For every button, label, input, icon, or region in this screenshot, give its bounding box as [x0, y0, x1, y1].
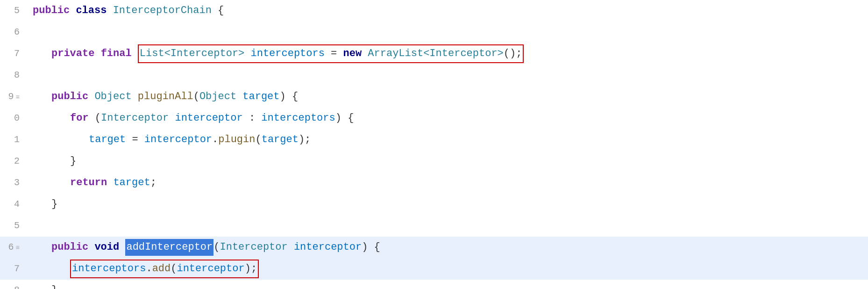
var-interceptor4: interceptor [177, 260, 244, 277]
code-line-9: 9 public Object pluginAll(Object target)… [0, 86, 868, 108]
class-interceptorchain: InterceptorChain [113, 2, 212, 19]
type-object: Object [94, 88, 131, 105]
space2 [362, 45, 368, 62]
var-interceptor2: interceptor [144, 131, 212, 148]
close-brace: ) { [280, 88, 299, 105]
method-add: add [152, 260, 171, 277]
line-number-14: 4 [0, 197, 28, 212]
code-content-9: public Object pluginAll(Object target) { [28, 88, 868, 105]
code-line-16: 6 public void addInterceptor(Interceptor… [0, 237, 868, 258]
line-number-6: 6 [0, 25, 28, 40]
line-number-11: 1 [0, 132, 28, 147]
close-brace-class: } [51, 282, 57, 289]
close-brace-for: } [70, 153, 76, 169]
line-number-16: 6 [0, 240, 28, 255]
code-line-6: 6 [0, 22, 868, 43]
keyword-public2: public [51, 88, 94, 105]
code-line-17: 7 interceptors.add(interceptor); [0, 258, 868, 280]
code-line-18: 8 } [0, 280, 868, 289]
args: ( [255, 131, 261, 148]
semicolon: ); [299, 131, 311, 148]
code-line-7: 7 private final List<Interceptor> interc… [0, 43, 868, 65]
line-number-8: 8 [0, 68, 28, 83]
type-object2: Object [199, 88, 236, 105]
line-number-13: 3 [0, 175, 28, 190]
var-interceptors-ref: interceptors [261, 110, 335, 126]
line-number-9: 9 [0, 89, 28, 104]
brace-open: { [212, 2, 224, 19]
method-pluginall: pluginAll [138, 88, 193, 105]
code-line-5: 5 public class InterceptorChain { [0, 0, 868, 22]
equals: = [325, 45, 343, 62]
code-line-15: 5 [0, 215, 868, 237]
code-editor: 5 public class InterceptorChain { 6 7 pr… [0, 0, 868, 289]
parens-semicolon: (); [504, 45, 522, 62]
code-line-12: 2 } [0, 151, 868, 172]
keyword-return: return [70, 174, 107, 191]
colon: : [243, 110, 262, 126]
paren-open: ( [89, 110, 101, 126]
code-content-11: target = interceptor.plugin(target); [28, 131, 868, 148]
space [132, 88, 138, 105]
close: ) { [362, 239, 380, 255]
red-box-field-declaration: List<Interceptor> interceptors = new Arr… [138, 44, 524, 63]
var-target3: target [262, 131, 299, 148]
keyword-private: private [51, 45, 101, 62]
type-arraylist: ArrayList<Interceptor> [368, 45, 503, 62]
code-content-15 [28, 217, 868, 234]
code-line-13: 3 return target; [0, 172, 868, 194]
keyword-final: final [101, 45, 132, 62]
space2 [288, 239, 294, 255]
code-line-11: 1 target = interceptor.plugin(target); [0, 129, 868, 151]
dot: . [212, 131, 218, 148]
assign: = [126, 131, 144, 148]
var-interceptor3: interceptor [294, 239, 362, 255]
code-content-8 [28, 67, 868, 83]
type-interceptor2: Interceptor [220, 239, 287, 255]
keyword-for: for [70, 110, 89, 126]
keyword-new: new [343, 45, 362, 62]
code-content-17: interceptors.add(interceptor); [28, 260, 868, 278]
line-number-15: 5 [0, 218, 28, 233]
semicolon2: ; [150, 174, 157, 191]
code-line-14: 4 } [0, 194, 868, 215]
code-content-16: public void addInterceptor(Interceptor i… [28, 239, 868, 255]
space [119, 239, 125, 255]
line-number-7: 7 [0, 46, 28, 61]
code-content-7: private final List<Interceptor> intercep… [28, 44, 868, 63]
var-target4: target [113, 174, 150, 191]
line-number-10: 0 [0, 111, 28, 126]
close-brace-method: } [51, 196, 57, 212]
var-target2: target [89, 131, 126, 148]
keyword-public3: public [51, 239, 94, 255]
var-target: target [242, 88, 279, 105]
code-line-10: 0 for (Interceptor interceptor : interce… [0, 108, 868, 129]
code-content-10: for (Interceptor interceptor : intercept… [28, 110, 868, 126]
params: ( [193, 88, 199, 105]
close: ) { [335, 110, 354, 126]
space [107, 174, 113, 191]
method-plugin: plugin [218, 131, 255, 148]
code-content-6 [28, 24, 868, 40]
code-content-12: } [28, 153, 868, 169]
keyword-class: class [76, 2, 113, 19]
type-list-interceptor: List<Interceptor> [140, 45, 244, 62]
paren: ( [213, 239, 220, 255]
space [244, 45, 250, 62]
line-number-5: 5 [0, 3, 28, 18]
code-content-13: return target; [28, 174, 868, 191]
line-number-12: 2 [0, 154, 28, 169]
keyword-void: void [94, 239, 119, 255]
var-interceptors: interceptors [250, 45, 324, 62]
code-line-8: 8 [0, 65, 868, 86]
line-number-18: 8 [0, 283, 28, 289]
type-interceptor: Interceptor [101, 110, 169, 126]
var-interceptor: interceptor [175, 110, 242, 126]
code-content-18: } [28, 282, 868, 289]
semicolon3: ); [245, 260, 257, 277]
dot2: . [146, 260, 152, 277]
line-number-17: 7 [0, 261, 28, 276]
method-addinterceptor-highlight: addInterceptor [125, 239, 213, 255]
args2: ( [171, 260, 177, 277]
space [132, 45, 138, 62]
